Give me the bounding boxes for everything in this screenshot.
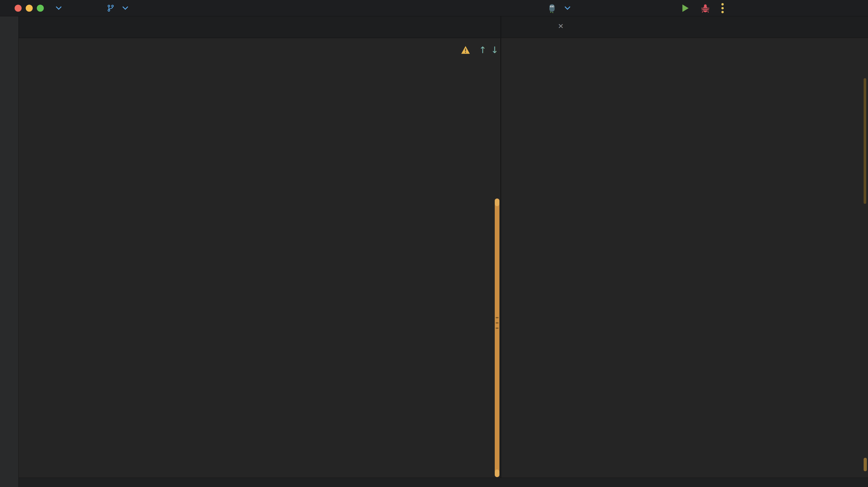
status-bar (19, 478, 868, 487)
title-bar (0, 0, 868, 17)
terminal-panel: ✕ (501, 17, 868, 478)
editor-scrollbar[interactable] (495, 198, 499, 477)
branch-selector[interactable] (106, 0, 128, 17)
debug-button[interactable] (700, 0, 710, 17)
inspections-widget[interactable]: ↑ ↓ (461, 45, 499, 55)
traffic-zoom-button[interactable] (37, 5, 44, 12)
active-tab-underline (550, 35, 593, 37)
go-test-gopher-icon (547, 3, 557, 13)
chevron-down-icon (56, 6, 62, 10)
run-button[interactable] (680, 0, 690, 17)
traffic-close-button[interactable] (14, 5, 22, 12)
close-icon[interactable]: ✕ (558, 22, 564, 30)
terminal-tab-local[interactable]: ✕ (553, 22, 564, 30)
project-selector[interactable] (52, 0, 62, 17)
run-play-icon (680, 3, 690, 13)
chevron-down-icon (122, 6, 128, 10)
more-kebab-icon (721, 2, 724, 14)
debug-bug-icon (700, 3, 710, 13)
activity-bar (0, 17, 19, 487)
traffic-minimize-button[interactable] (26, 5, 33, 12)
chevron-down-icon (564, 6, 571, 10)
next-warning-down-arrow-icon[interactable]: ↓ (491, 45, 499, 55)
warning-triangle-icon[interactable] (461, 45, 470, 54)
editor-tab-bar (19, 17, 500, 38)
terminal-scrollbar-thumb[interactable] (864, 458, 867, 471)
code-editor[interactable]: ↑ ↓ (19, 38, 500, 478)
git-branch-icon (106, 4, 115, 12)
more-actions-button[interactable] (721, 0, 724, 17)
terminal-header: ✕ (501, 17, 868, 38)
prev-warning-up-arrow-icon[interactable]: ↑ (479, 45, 487, 55)
terminal-scrollbar-mark (864, 78, 866, 204)
run-configuration-selector[interactable] (547, 0, 571, 17)
